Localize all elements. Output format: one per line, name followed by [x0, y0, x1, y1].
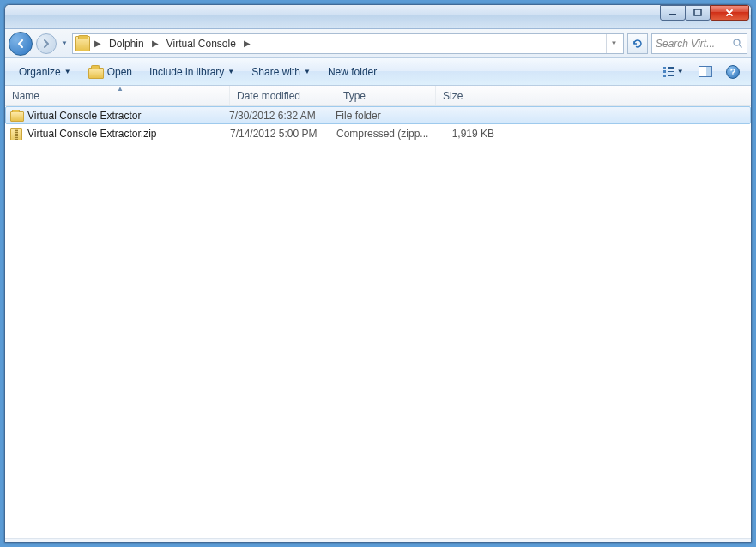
column-headers: ▲ Name Date modified Type Size [5, 86, 751, 106]
search-input[interactable]: Search Virt... [651, 33, 747, 54]
svg-line-3 [740, 45, 742, 48]
new-folder-button[interactable]: New folder [321, 63, 384, 81]
chevron-down-icon: ▼ [227, 68, 234, 75]
explorer-window: ▼ ▶ Dolphin ▶ Virtual Console ▶ ▼ Search… [4, 4, 752, 543]
newfolder-label: New folder [328, 66, 377, 78]
close-button[interactable] [710, 5, 749, 21]
zip-icon [10, 128, 24, 140]
cell-name: Virtual Console Extractor.zip [10, 128, 230, 140]
status-bar [5, 538, 751, 542]
open-folder-icon [88, 65, 104, 79]
address-dropdown[interactable]: ▼ [606, 34, 621, 53]
column-header-date[interactable]: Date modified [230, 86, 336, 105]
cell-date: 7/14/2012 5:00 PM [230, 128, 336, 140]
organize-label: Organize [19, 66, 61, 78]
chevron-right-icon[interactable]: ▶ [149, 39, 161, 48]
include-library-button[interactable]: Include in library ▼ [142, 63, 241, 81]
history-dropdown[interactable]: ▼ [60, 39, 69, 47]
help-button[interactable]: ? [722, 63, 744, 81]
chevron-right-icon[interactable]: ▶ [241, 39, 253, 48]
window-controls [661, 5, 749, 21]
cell-type: File folder [336, 110, 435, 122]
file-list[interactable]: Virtual Console Extractor7/30/2012 6:32 … [5, 106, 751, 538]
cell-size: 1,919 KB [436, 128, 499, 140]
back-button[interactable] [9, 32, 33, 56]
view-options-button[interactable]: ▼ [658, 63, 689, 81]
search-placeholder: Search Virt... [656, 38, 732, 50]
folder-icon [75, 36, 90, 51]
address-bar[interactable]: ▶ Dolphin ▶ Virtual Console ▶ ▼ [72, 33, 624, 54]
chevron-down-icon: ▼ [64, 68, 71, 75]
refresh-button[interactable] [627, 33, 648, 54]
cell-type: Compressed (zipp... [336, 128, 436, 140]
titlebar [5, 5, 751, 29]
open-button[interactable]: Open [82, 62, 139, 82]
command-bar: Organize ▼ Open Include in library ▼ Sha… [5, 58, 751, 86]
navigation-bar: ▼ ▶ Dolphin ▶ Virtual Console ▶ ▼ Search… [5, 29, 751, 58]
organize-button[interactable]: Organize ▼ [12, 63, 78, 81]
forward-button[interactable] [36, 33, 57, 54]
panel-icon [699, 66, 712, 77]
chevron-down-icon: ▼ [304, 68, 311, 75]
file-name: Virtual Console Extractor [27, 110, 142, 122]
chevron-down-icon: ▼ [677, 68, 684, 75]
file-name: Virtual Console Extractor.zip [27, 128, 157, 140]
svg-rect-1 [694, 9, 701, 15]
table-row[interactable]: Virtual Console Extractor7/30/2012 6:32 … [5, 106, 751, 124]
column-header-type[interactable]: Type [336, 86, 436, 105]
share-with-button[interactable]: Share with ▼ [245, 63, 318, 81]
column-header-name[interactable]: Name [5, 86, 230, 105]
svg-point-2 [734, 39, 740, 45]
include-label: Include in library [149, 66, 224, 78]
cell-name: Virtual Console Extractor [10, 110, 229, 122]
search-icon [732, 38, 743, 49]
svg-rect-0 [669, 14, 676, 15]
chevron-right-icon[interactable]: ▶ [92, 39, 104, 48]
view-list-icon [663, 67, 674, 77]
preview-pane-button[interactable] [694, 63, 717, 81]
help-icon: ? [726, 65, 740, 79]
minimize-button[interactable] [660, 5, 686, 21]
folder-icon [10, 110, 24, 122]
open-label: Open [107, 66, 132, 78]
breadcrumb-seg-2[interactable]: Virtual Console [163, 34, 239, 53]
maximize-button[interactable] [685, 5, 711, 21]
breadcrumb-seg-1[interactable]: Dolphin [106, 34, 148, 53]
cell-date: 7/30/2012 6:32 AM [229, 110, 336, 122]
table-row[interactable]: Virtual Console Extractor.zip7/14/2012 5… [5, 124, 751, 142]
share-label: Share with [251, 66, 300, 78]
column-header-size[interactable]: Size [436, 86, 499, 105]
